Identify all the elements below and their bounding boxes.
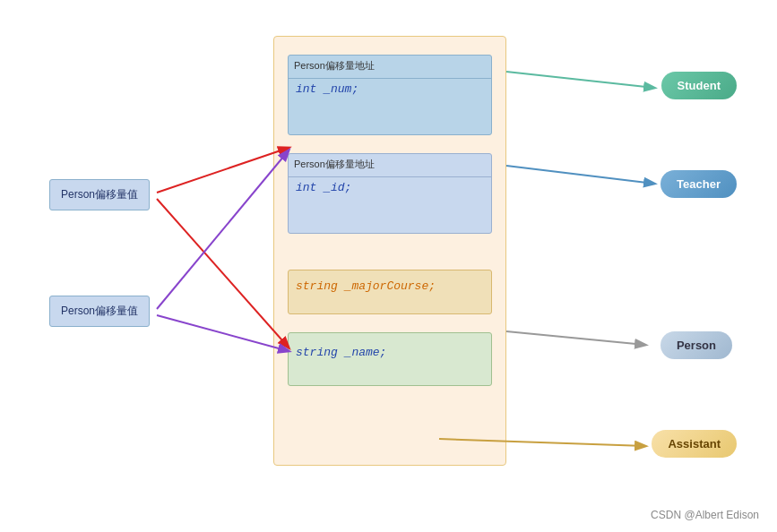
person-label-pill: Person	[660, 331, 732, 359]
main-container: Person偏移量地址 int _num; Person偏移量地址 int _i…	[273, 36, 506, 466]
diagram-area: Person偏移量地址 int _num; Person偏移量地址 int _i…	[0, 0, 777, 532]
teacher-code: int _id;	[289, 179, 491, 200]
svg-line-4	[506, 72, 654, 88]
assistant-label-pill: Assistant	[652, 430, 737, 458]
svg-line-5	[506, 166, 654, 184]
name-code: string _name;	[289, 333, 491, 365]
left-offset-box-2: Person偏移量值	[49, 296, 150, 327]
svg-line-0	[157, 148, 289, 193]
student-memory-block: Person偏移量地址 int _num;	[288, 55, 492, 135]
left-offset-box-1: Person偏移量值	[49, 179, 150, 210]
student-code: int _num;	[289, 81, 491, 101]
teacher-label-pill: Teacher	[660, 170, 737, 198]
svg-line-2	[157, 150, 289, 309]
svg-line-3	[157, 315, 289, 351]
student-label: Person偏移量地址	[289, 56, 491, 76]
teacher-label: Person偏移量地址	[289, 154, 491, 175]
major-course-code: string _majorCourse;	[289, 270, 491, 298]
svg-line-6	[506, 331, 645, 345]
svg-line-1	[157, 199, 289, 348]
watermark: CSDN @Albert Edison	[651, 509, 759, 521]
assistant-memory-block: string _majorCourse;	[288, 270, 492, 314]
student-label-pill: Student	[661, 72, 737, 99]
teacher-memory-block: Person偏移量地址 int _id;	[288, 153, 492, 234]
person-memory-block: string _name;	[288, 332, 492, 386]
